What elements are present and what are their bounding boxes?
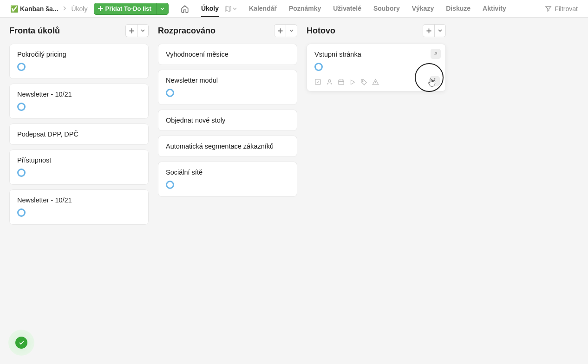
column-title: Hotovo xyxy=(307,26,335,36)
svg-rect-0 xyxy=(315,79,320,84)
card-title: Podepsat DPP, DPČ xyxy=(17,130,141,138)
breadcrumb: ✅ Kanban ša... Úkoly xyxy=(10,5,87,13)
column-add-button[interactable] xyxy=(126,25,137,37)
plus-icon xyxy=(98,6,103,11)
card-title: Newsletter - 10/21 xyxy=(17,91,141,98)
breadcrumb-section[interactable]: Úkoly xyxy=(71,5,87,13)
card-more-button[interactable] xyxy=(430,76,440,86)
kanban-card[interactable]: Vyhodnocení měsíce xyxy=(158,44,297,65)
card-title: Pokročilý pricing xyxy=(17,51,141,58)
filter-button[interactable]: Filtrovat xyxy=(545,5,578,13)
topbar: ✅ Kanban ša... Úkoly Přidat To-Do list Ú… xyxy=(0,0,588,18)
home-icon xyxy=(181,5,189,13)
kanban-card[interactable]: Newsletter modul xyxy=(158,70,297,105)
add-todo-list-label: Přidat To-Do list xyxy=(105,5,151,12)
checkbox-icon[interactable] xyxy=(314,78,321,85)
kanban-card[interactable]: Přístupnost xyxy=(9,150,149,185)
map-icon xyxy=(224,5,232,13)
user-icon[interactable] xyxy=(326,78,333,85)
card-title: Sociální sítě xyxy=(166,169,289,176)
play-icon[interactable] xyxy=(349,79,356,85)
svg-point-3 xyxy=(362,81,363,82)
view-switch[interactable] xyxy=(224,5,237,13)
kanban-card[interactable]: Sociální sítě xyxy=(158,162,297,197)
tab-kalendar[interactable]: Kalendář xyxy=(249,0,277,17)
plus-icon xyxy=(129,28,134,33)
tab-vykazy[interactable]: Výkazy xyxy=(412,0,434,17)
status-ring-icon[interactable] xyxy=(17,208,26,217)
column-rozpracovano: Rozpracováno Vyhodnocení měsíce Newslett… xyxy=(158,24,297,202)
svg-point-5 xyxy=(434,81,436,82)
nav-tabs: Úkoly Kalendář Poznámky Uživatelé Soubor… xyxy=(181,0,506,17)
kanban-board: Fronta úkolů Pokročilý pricing Newslette… xyxy=(0,18,588,236)
svg-rect-2 xyxy=(339,80,344,84)
plus-icon xyxy=(426,28,431,33)
kanban-card[interactable]: Automatická segmentace zákazníků xyxy=(158,136,297,157)
tab-poznamky[interactable]: Poznámky xyxy=(289,0,321,17)
kanban-card[interactable]: Newsletter - 10/21 xyxy=(9,189,149,225)
tab-uzivatele[interactable]: Uživatelé xyxy=(333,0,361,17)
column-menu-button[interactable] xyxy=(286,25,297,37)
svg-point-6 xyxy=(434,83,436,84)
card-title: Newsletter - 10/21 xyxy=(17,196,141,204)
column-fronta: Fronta úkolů Pokročilý pricing Newslette… xyxy=(9,24,149,229)
column-title: Rozpracováno xyxy=(158,26,216,36)
plus-icon xyxy=(278,28,283,33)
tab-aktivity[interactable]: Aktivity xyxy=(483,0,506,17)
caret-down-icon xyxy=(289,29,294,32)
status-ring-icon[interactable] xyxy=(17,103,26,111)
filter-icon xyxy=(545,5,552,12)
kanban-card[interactable]: Vstupní stránka xyxy=(307,44,446,91)
tab-home[interactable] xyxy=(181,0,189,17)
column-actions xyxy=(125,24,149,37)
svg-point-4 xyxy=(434,78,436,80)
card-title: Automatická segmentace zákazníků xyxy=(166,143,289,150)
calendar-icon[interactable] xyxy=(338,78,345,85)
breadcrumb-project[interactable]: ✅ Kanban ša... xyxy=(10,5,58,13)
status-fab[interactable] xyxy=(8,330,34,356)
kanban-card[interactable]: Newsletter - 10/21 xyxy=(9,84,149,119)
tab-diskuze[interactable]: Diskuze xyxy=(446,0,470,17)
project-icon: ✅ xyxy=(10,5,18,13)
status-ring-icon[interactable] xyxy=(166,181,174,189)
column-title: Fronta úkolů xyxy=(9,26,60,36)
status-ring-icon[interactable] xyxy=(17,169,26,177)
check-icon xyxy=(18,339,25,346)
chevron-down-icon xyxy=(233,7,237,10)
card-title: Vyhodnocení měsíce xyxy=(166,51,289,58)
column-hotovo: Hotovo Vstupní stránka xyxy=(307,24,446,96)
project-name: Kanban ša... xyxy=(20,5,58,13)
status-ring-icon[interactable] xyxy=(166,89,174,97)
column-menu-button[interactable] xyxy=(137,25,148,37)
tab-soubory[interactable]: Soubory xyxy=(373,0,400,17)
kanban-card[interactable]: Podepsat DPP, DPČ xyxy=(9,124,149,145)
caret-down-icon xyxy=(160,7,164,10)
filter-label: Filtrovat xyxy=(555,5,578,13)
kanban-card[interactable]: Objednat nové stoly xyxy=(158,110,297,131)
column-menu-button[interactable] xyxy=(434,25,445,37)
card-title: Objednat nové stoly xyxy=(166,117,289,124)
open-card-button[interactable] xyxy=(431,49,441,59)
caret-down-icon xyxy=(438,29,442,32)
column-add-button[interactable] xyxy=(274,25,286,37)
add-todo-list-button[interactable]: Přidat To-Do list xyxy=(94,3,168,15)
tag-icon[interactable] xyxy=(360,78,367,85)
add-todo-list-caret[interactable] xyxy=(156,3,168,14)
caret-down-icon xyxy=(141,29,145,32)
svg-point-1 xyxy=(328,80,331,82)
card-meta-row xyxy=(314,78,438,85)
status-ring-icon[interactable] xyxy=(17,63,26,71)
column-actions xyxy=(423,24,446,37)
status-ring-icon[interactable] xyxy=(314,63,323,71)
warning-icon[interactable] xyxy=(372,78,379,85)
card-title: Newsletter modul xyxy=(166,77,289,84)
tab-ukoly[interactable]: Úkoly xyxy=(201,0,219,17)
kanban-card[interactable]: Pokročilý pricing xyxy=(9,44,149,79)
card-title: Přístupnost xyxy=(17,156,141,164)
more-vertical-icon xyxy=(434,78,436,84)
column-actions xyxy=(274,24,297,37)
arrow-out-icon xyxy=(433,51,438,57)
column-add-button[interactable] xyxy=(423,25,434,37)
chevron-right-icon xyxy=(63,5,66,12)
card-title: Vstupní stránka xyxy=(314,51,438,58)
